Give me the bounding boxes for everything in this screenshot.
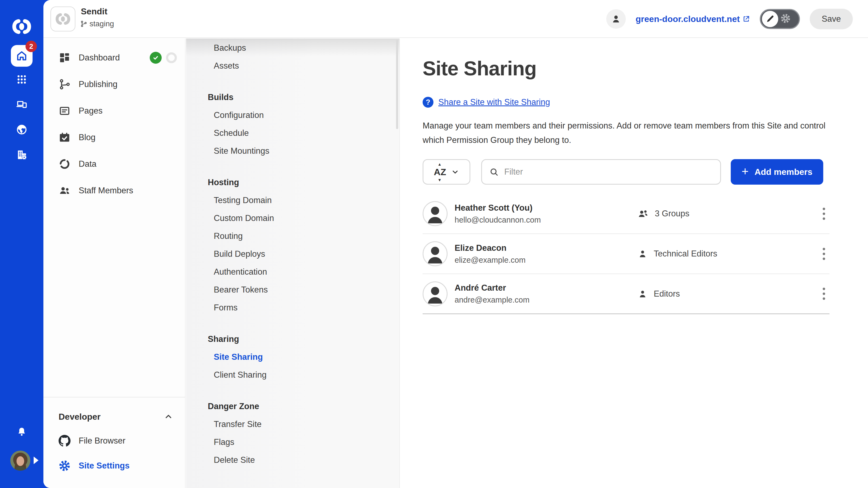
settings-item-authentication[interactable]: Authentication <box>186 263 399 281</box>
user-avatar[interactable] <box>10 451 30 470</box>
member-row: Heather Scott (You) hello@cloudcannon.co… <box>423 194 830 234</box>
sidebar-item-label: Site Settings <box>79 461 185 470</box>
member-avatar <box>423 282 447 306</box>
data-icon <box>59 158 70 170</box>
gear-icon <box>59 460 70 472</box>
settings-group-danger-zone: Danger Zone <box>186 397 399 415</box>
external-link-icon <box>742 15 750 23</box>
gear-icon <box>780 13 791 25</box>
domain-text: green-door.cloudvent.net <box>636 14 740 24</box>
sidebar-item-blog[interactable]: Blog <box>43 124 185 151</box>
site-icon <box>51 6 75 31</box>
sidebar-item-label: Blog <box>79 133 185 142</box>
settings-item-routing[interactable]: Routing <box>186 227 399 245</box>
page-title: Site Sharing <box>423 57 868 80</box>
search-icon <box>489 167 499 177</box>
primary-sidebar: Dashboard Publishing Pages Blog <box>43 38 186 488</box>
sidebar-item-data[interactable]: Data <box>43 151 185 177</box>
person-icon <box>638 289 648 299</box>
filter-input[interactable] <box>504 161 720 183</box>
settings-item-assets[interactable]: Assets <box>186 57 399 75</box>
member-role: Technical Editors <box>622 249 809 259</box>
member-role: Editors <box>622 289 809 299</box>
member-menu-kebab-icon[interactable] <box>820 286 827 302</box>
member-avatar <box>423 241 447 266</box>
sidebar-item-staff-members[interactable]: Staff Members <box>43 177 185 204</box>
settings-item-backups[interactable]: Backups <box>186 39 399 57</box>
blog-icon <box>59 131 70 143</box>
settings-item-client-sharing[interactable]: Client Sharing <box>186 366 399 384</box>
members-list: Heather Scott (You) hello@cloudcannon.co… <box>423 194 830 314</box>
globe-icon[interactable] <box>16 124 27 135</box>
developer-section-toggle[interactable]: Developer <box>43 405 185 428</box>
sidebar-item-site-settings[interactable]: Site Settings <box>43 453 185 478</box>
member-row: Elize Deacon elize@example.com Technical… <box>423 234 830 274</box>
sidebar-item-label: Publishing <box>79 79 185 89</box>
help-link[interactable]: Share a Site with Site Sharing <box>438 97 550 107</box>
member-avatar <box>423 201 447 226</box>
sidebar-item-dashboard[interactable]: Dashboard <box>43 44 185 71</box>
add-members-button[interactable]: + Add members <box>731 159 823 185</box>
settings-item-transfer-site[interactable]: Transfer Site <box>186 415 399 433</box>
save-button[interactable]: Save <box>810 9 853 29</box>
help-row: ? Share a Site with Site Sharing <box>423 97 868 108</box>
add-members-label: Add members <box>755 167 812 177</box>
status-pending-icon <box>166 52 177 63</box>
member-menu-kebab-icon[interactable] <box>820 205 827 222</box>
cloudcannon-logo-icon <box>12 17 31 36</box>
member-role-label: Technical Editors <box>654 249 717 259</box>
member-role-label: Editors <box>654 289 680 299</box>
member-name: Elize Deacon <box>455 243 615 253</box>
site-name: Sendit <box>81 6 107 17</box>
sort-button[interactable]: AZ <box>423 159 470 185</box>
chevron-up-icon <box>164 412 173 421</box>
sidebar-item-label: Pages <box>79 106 185 116</box>
page-description: Manage your team members and their permi… <box>423 119 827 147</box>
pages-icon <box>59 105 70 117</box>
home-icon <box>16 50 28 62</box>
filter-field <box>481 159 721 185</box>
settings-item-flags[interactable]: Flags <box>186 433 399 451</box>
settings-group-hosting: Hosting <box>186 173 399 191</box>
settings-item-schedule[interactable]: Schedule <box>186 124 399 142</box>
app-rail: 2 <box>0 0 43 488</box>
help-question-icon: ? <box>423 97 433 108</box>
notification-badge: 2 <box>26 41 37 52</box>
publishing-icon <box>59 78 70 90</box>
member-name: André Carter <box>455 283 615 293</box>
sidebar-item-label: Staff Members <box>79 186 185 195</box>
dashboard-icon <box>59 52 70 64</box>
settings-item-forms[interactable]: Forms <box>186 299 399 317</box>
staff-icon <box>59 185 70 197</box>
settings-item-testing-domain[interactable]: Testing Domain <box>186 191 399 209</box>
site-domain-link[interactable]: green-door.cloudvent.net <box>636 14 750 24</box>
sidebar-item-publishing[interactable]: Publishing <box>43 71 185 98</box>
settings-item-build-deploys[interactable]: Build Deploys <box>186 245 399 263</box>
sidebar-item-pages[interactable]: Pages <box>43 98 185 124</box>
settings-item-custom-domain[interactable]: Custom Domain <box>186 209 399 227</box>
organization-icon[interactable] <box>16 149 27 161</box>
status-success-icon <box>150 52 162 64</box>
visitor-person-icon[interactable] <box>606 9 626 29</box>
settings-group-builds: Builds <box>186 88 399 106</box>
settings-item-configuration[interactable]: Configuration <box>186 106 399 124</box>
settings-item-bearer-tokens[interactable]: Bearer Tokens <box>186 281 399 299</box>
github-icon <box>59 435 70 447</box>
member-menu-kebab-icon[interactable] <box>820 246 827 262</box>
settings-sidebar: Backups Assets Builds Configuration Sche… <box>186 38 400 488</box>
member-email: andre@example.com <box>455 295 615 304</box>
expand-profile-arrow-icon[interactable] <box>34 457 38 464</box>
sidebar-item-file-browser[interactable]: File Browser <box>43 428 185 453</box>
bell-icon[interactable] <box>16 426 27 437</box>
apps-grid-icon[interactable] <box>16 74 27 85</box>
scrollbar-thumb[interactable] <box>396 40 398 129</box>
member-role: 3 Groups <box>622 208 809 219</box>
settings-item-delete-site[interactable]: Delete Site <box>186 451 399 469</box>
member-name: Heather Scott (You) <box>455 203 615 213</box>
pencil-icon <box>762 11 778 27</box>
sidebar-item-label: Dashboard <box>79 53 142 63</box>
edit-settings-toggle[interactable] <box>760 9 800 29</box>
settings-item-site-mountings[interactable]: Site Mountings <box>186 142 399 160</box>
devices-icon[interactable] <box>16 99 27 110</box>
settings-item-site-sharing[interactable]: Site Sharing <box>186 348 399 366</box>
